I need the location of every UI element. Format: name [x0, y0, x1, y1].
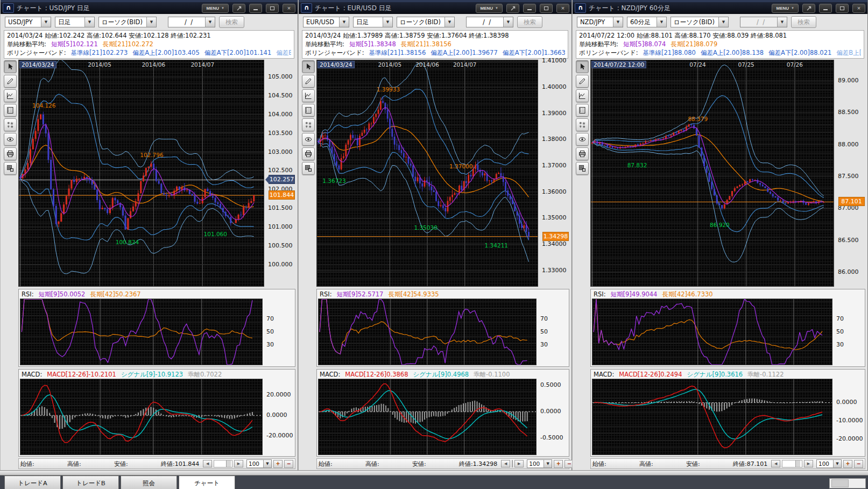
scroll-right-button[interactable]: ▶ [234, 460, 243, 467]
popout-button[interactable] [802, 4, 815, 13]
print-tool-button[interactable] [576, 147, 589, 160]
chevron-down-icon[interactable]: ▼ [383, 17, 392, 27]
chevron-down-icon[interactable]: ▼ [777, 17, 787, 27]
tab-1[interactable]: トレードA [4, 476, 61, 489]
menu-button[interactable]: MENU ▼ [476, 4, 503, 13]
grid-settings-tool-button[interactable] [576, 162, 589, 175]
indicator-tool-button[interactable] [302, 89, 315, 102]
zoom-in-button[interactable]: + [273, 460, 283, 468]
popout-button[interactable] [232, 4, 245, 13]
chevron-down-icon[interactable]: ▼ [544, 460, 552, 467]
scale-tool-button[interactable] [4, 104, 17, 117]
close-button[interactable]: × [283, 4, 295, 13]
bottom-scrollbar[interactable] [829, 478, 866, 488]
search-button[interactable]: 検索 [517, 16, 542, 28]
titlebar[interactable]: ∩ チャート : NZD/JPY 60分足 MENU ▼ × [573, 0, 867, 14]
price-type-select[interactable]: ローソク(BID) ▼ [671, 17, 729, 27]
maximize-button[interactable] [540, 4, 553, 13]
marker-tool-button[interactable] [4, 118, 17, 131]
select-tool-button[interactable] [4, 60, 17, 73]
grid-settings-tool-button[interactable] [4, 162, 17, 175]
scroll-left-button[interactable]: ◀ [501, 460, 510, 467]
scrollbar-thumb[interactable] [226, 460, 231, 467]
search-button[interactable]: 検索 [791, 16, 816, 28]
candlestick-chart[interactable]: 2014/03/242014/052014/062014/07 1.399331… [316, 60, 538, 287]
macd-chart[interactable] [592, 379, 832, 455]
tab-2[interactable]: トレードB [62, 476, 119, 489]
scrollbar-thumb[interactable] [795, 460, 801, 467]
rsi-chart[interactable] [20, 299, 263, 365]
minimize-button[interactable] [249, 4, 262, 13]
candlestick-chart[interactable]: 2014/07/22 12:0007/2407/2507/26 88.37987… [590, 60, 834, 287]
scroll-right-button[interactable]: ▶ [514, 460, 524, 467]
chevron-down-icon[interactable]: ▼ [263, 460, 271, 467]
date-input[interactable]: / / ▼ [168, 17, 215, 27]
chevron-down-icon[interactable]: ▼ [613, 17, 623, 27]
chevron-down-icon[interactable]: ▼ [503, 17, 513, 27]
date-input[interactable]: / / ▼ [740, 17, 787, 27]
visibility-tool-button[interactable] [576, 133, 589, 146]
chevron-down-icon[interactable]: ▼ [718, 17, 728, 27]
chart-scrollbar[interactable] [214, 460, 232, 467]
close-button[interactable]: × [556, 4, 569, 13]
chevron-down-icon[interactable]: ▼ [205, 17, 215, 27]
chart-scrollbar[interactable] [512, 460, 513, 467]
search-button[interactable]: 検索 [219, 16, 244, 28]
zoom-in-button[interactable]: + [554, 460, 563, 468]
timeframe-select[interactable]: 日足 ▼ [55, 17, 95, 27]
maximize-button[interactable] [836, 4, 849, 13]
visibility-tool-button[interactable] [4, 133, 17, 146]
pair-select[interactable]: USD/JPY ▼ [5, 17, 51, 27]
scale-tool-button[interactable] [576, 104, 589, 117]
minimize-button[interactable] [819, 4, 832, 13]
zoom-in-button[interactable]: + [843, 460, 852, 468]
candlestick-chart[interactable]: 2014/03/242014/052014/062014/07 104.1261… [18, 60, 264, 287]
maximize-button[interactable] [266, 4, 279, 13]
draw-tool-button[interactable] [4, 75, 17, 88]
rsi-chart[interactable] [318, 299, 537, 365]
bar-count-select[interactable]: 100 ▼ [816, 459, 842, 468]
scrollbar-thumb[interactable] [512, 460, 513, 467]
indicator-tool-button[interactable] [576, 89, 589, 102]
macd-chart[interactable] [318, 379, 537, 455]
bar-count-select[interactable]: 100 ▼ [246, 459, 272, 468]
date-input[interactable]: / / ▼ [466, 17, 513, 27]
popout-button[interactable] [506, 4, 519, 13]
scale-tool-button[interactable] [302, 104, 315, 117]
select-tool-button[interactable] [302, 60, 315, 73]
chart-scrollbar[interactable] [782, 460, 802, 467]
scroll-left-button[interactable]: ◀ [771, 460, 780, 467]
chevron-down-icon[interactable]: ▼ [84, 17, 94, 27]
tab-4[interactable]: チャート [179, 476, 235, 489]
chevron-down-icon[interactable]: ▼ [146, 17, 156, 27]
visibility-tool-button[interactable] [302, 133, 315, 146]
timeframe-select[interactable]: 日足 ▼ [353, 17, 393, 27]
menu-button[interactable]: MENU ▼ [772, 4, 799, 13]
bottom-scrollbar-thumb[interactable] [831, 479, 849, 487]
marker-tool-button[interactable] [302, 118, 315, 131]
chevron-down-icon[interactable]: ▼ [41, 17, 51, 27]
close-button[interactable]: × [852, 4, 865, 13]
titlebar[interactable]: ∩ チャート : USD/JPY 日足 MENU ▼ × [1, 0, 298, 14]
pair-select[interactable]: NZD/JPY ▼ [577, 17, 623, 27]
price-type-select[interactable]: ローソク(BID) ▼ [98, 17, 157, 27]
scroll-right-button[interactable]: ▶ [804, 460, 813, 467]
macd-chart[interactable] [20, 379, 263, 455]
tab-3[interactable]: 照会 [121, 476, 177, 489]
select-tool-button[interactable] [576, 60, 589, 73]
price-type-select[interactable]: ローソク(BID) ▼ [397, 17, 455, 27]
scroll-left-button[interactable]: ◀ [203, 460, 212, 467]
zoom-out-button[interactable]: − [854, 460, 863, 468]
print-tool-button[interactable] [4, 147, 17, 160]
marker-tool-button[interactable] [576, 118, 589, 131]
timeframe-select[interactable]: 60分足 ▼ [627, 17, 667, 27]
bar-count-select[interactable]: 100 ▼ [527, 459, 552, 468]
indicator-tool-button[interactable] [4, 89, 17, 102]
chevron-down-icon[interactable]: ▼ [444, 17, 454, 27]
chevron-down-icon[interactable]: ▼ [833, 460, 841, 467]
draw-tool-button[interactable] [576, 75, 589, 88]
pair-select[interactable]: EUR/USD ▼ [303, 17, 349, 27]
zoom-out-button[interactable]: − [284, 460, 293, 468]
grid-settings-tool-button[interactable] [302, 162, 315, 175]
rsi-chart[interactable] [592, 299, 832, 365]
